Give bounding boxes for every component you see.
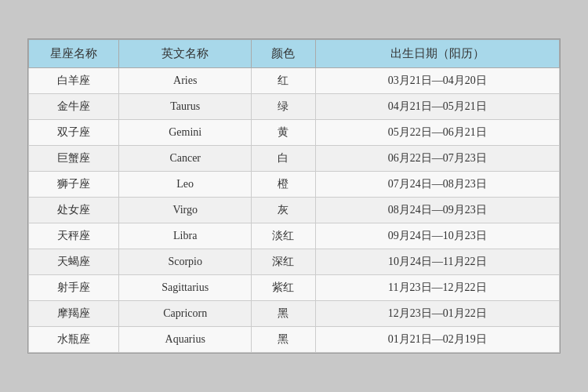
cell-chinese: 巨蟹座 [29, 146, 119, 172]
cell-color: 绿 [252, 94, 315, 120]
cell-date: 11月23日—12月22日 [315, 275, 559, 301]
cell-english: Libra [119, 223, 252, 249]
cell-chinese: 水瓶座 [29, 327, 119, 353]
cell-english: Cancer [119, 146, 252, 172]
table-row: 摩羯座Capricorn黑12月23日—01月22日 [29, 301, 560, 327]
header-chinese: 星座名称 [29, 40, 119, 68]
cell-english: Capricorn [119, 301, 252, 327]
cell-date: 10月24日—11月22日 [315, 249, 559, 275]
cell-date: 06月22日—07月23日 [315, 146, 559, 172]
cell-color: 深红 [252, 249, 315, 275]
cell-chinese: 天蝎座 [29, 249, 119, 275]
table-row: 天秤座Libra淡红09月24日—10月23日 [29, 223, 560, 249]
cell-date: 12月23日—01月22日 [315, 301, 559, 327]
cell-chinese: 狮子座 [29, 172, 119, 198]
cell-english: Scorpio [119, 249, 252, 275]
cell-color: 红 [252, 68, 315, 94]
cell-english: Virgo [119, 198, 252, 223]
zodiac-table-container: 星座名称 英文名称 颜色 出生日期（阳历） 白羊座Aries红03月21日—04… [27, 38, 561, 354]
cell-english: Aquarius [119, 327, 252, 353]
cell-date: 07月24日—08月23日 [315, 172, 559, 198]
cell-english: Sagittarius [119, 275, 252, 301]
cell-color: 黑 [252, 301, 315, 327]
cell-date: 03月21日—04月20日 [315, 68, 559, 94]
cell-color: 黑 [252, 327, 315, 353]
header-date: 出生日期（阳历） [315, 40, 559, 68]
table-row: 双子座Gemini黄05月22日—06月21日 [29, 120, 560, 146]
cell-date: 05月22日—06月21日 [315, 120, 559, 146]
cell-color: 淡红 [252, 223, 315, 249]
table-header-row: 星座名称 英文名称 颜色 出生日期（阳历） [29, 40, 560, 68]
cell-date: 08月24日—09月23日 [315, 198, 559, 223]
cell-english: Leo [119, 172, 252, 198]
table-row: 射手座Sagittarius紫红11月23日—12月22日 [29, 275, 560, 301]
cell-color: 橙 [252, 172, 315, 198]
cell-english: Aries [119, 68, 252, 94]
table-row: 天蝎座Scorpio深红10月24日—11月22日 [29, 249, 560, 275]
cell-color: 黄 [252, 120, 315, 146]
table-row: 白羊座Aries红03月21日—04月20日 [29, 68, 560, 94]
cell-chinese: 处女座 [29, 198, 119, 223]
cell-chinese: 白羊座 [29, 68, 119, 94]
cell-english: Gemini [119, 120, 252, 146]
table-row: 巨蟹座Cancer白06月22日—07月23日 [29, 146, 560, 172]
table-row: 狮子座Leo橙07月24日—08月23日 [29, 172, 560, 198]
cell-chinese: 金牛座 [29, 94, 119, 120]
cell-chinese: 双子座 [29, 120, 119, 146]
cell-chinese: 射手座 [29, 275, 119, 301]
header-english: 英文名称 [119, 40, 252, 68]
cell-date: 09月24日—10月23日 [315, 223, 559, 249]
cell-english: Taurus [119, 94, 252, 120]
cell-date: 01月21日—02月19日 [315, 327, 559, 353]
cell-date: 04月21日—05月21日 [315, 94, 559, 120]
table-row: 处女座Virgo灰08月24日—09月23日 [29, 198, 560, 223]
zodiac-table: 星座名称 英文名称 颜色 出生日期（阳历） 白羊座Aries红03月21日—04… [28, 39, 560, 353]
table-row: 金牛座Taurus绿04月21日—05月21日 [29, 94, 560, 120]
header-color: 颜色 [252, 40, 315, 68]
cell-chinese: 摩羯座 [29, 301, 119, 327]
cell-color: 紫红 [252, 275, 315, 301]
table-row: 水瓶座Aquarius黑01月21日—02月19日 [29, 327, 560, 353]
cell-chinese: 天秤座 [29, 223, 119, 249]
cell-color: 白 [252, 146, 315, 172]
cell-color: 灰 [252, 198, 315, 223]
